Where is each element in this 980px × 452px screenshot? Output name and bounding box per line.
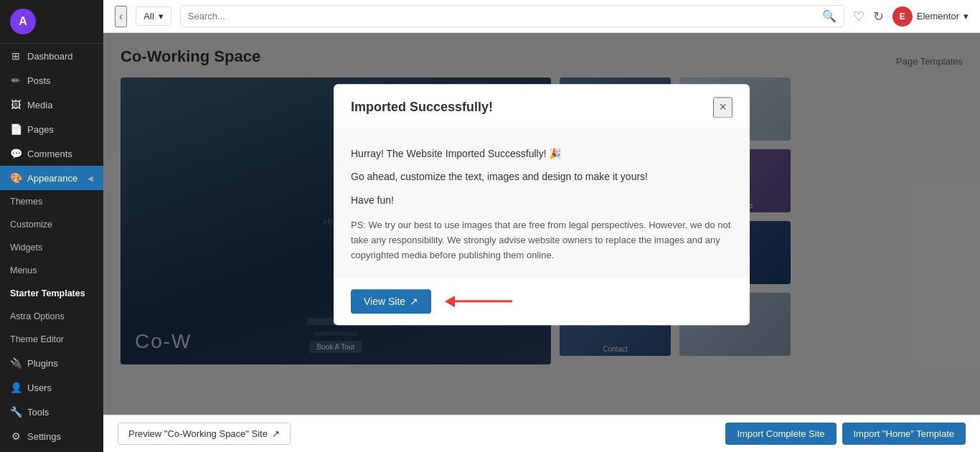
arrow-line: [455, 300, 512, 302]
sidebar-item-pages[interactable]: 📄 Pages: [0, 117, 103, 141]
sidebar-item-appearance[interactable]: 🎨 Appearance ◀: [0, 166, 103, 190]
preview-button[interactable]: Preview "Co-Working Space" Site ↗: [118, 423, 291, 445]
sidebar-item-label: Posts: [27, 75, 51, 86]
view-site-button[interactable]: View Site ↗: [351, 289, 431, 314]
modal-ps-text: PS: We try our best to use images that a…: [351, 219, 732, 263]
modal-line-2: Go ahead, customize the text, images and…: [351, 169, 732, 185]
logo-avatar: A: [10, 9, 36, 34]
sidebar-item-customize[interactable]: Customize: [0, 213, 103, 236]
sidebar: A ⊞ Dashboard ✏ Posts 🖼 Media 📄 Pages 💬 …: [0, 0, 103, 452]
chevron-down-icon: ▾: [963, 11, 969, 22]
chevron-down-icon: ▾: [159, 11, 164, 22]
dropdown-label: All: [143, 11, 154, 22]
sidebar-item-label: Starter Templates: [10, 288, 85, 298]
page-area: Co-Working Space Co-W Home Book A Tour: [103, 33, 980, 415]
sidebar-item-collapse[interactable]: ◀ Collapse menu: [0, 448, 103, 452]
sidebar-item-label: Plugins: [27, 358, 58, 369]
topbar-icons: ♡ ↻ E Elementor ▾: [853, 6, 969, 27]
modal-line-1: Hurray! The Website Imported Successfull…: [351, 146, 732, 161]
sidebar-item-widgets[interactable]: Widgets: [0, 236, 103, 259]
dashboard-icon: ⊞: [10, 50, 22, 62]
sidebar-item-media[interactable]: 🖼 Media: [0, 93, 103, 117]
modal-body: Hurray! The Website Imported Successfull…: [334, 128, 750, 278]
sidebar-item-users[interactable]: 👤 Users: [0, 375, 103, 400]
sidebar-item-themes[interactable]: Themes: [0, 190, 103, 213]
comments-icon: 💬: [10, 148, 22, 159]
sidebar-item-settings[interactable]: ⚙ Settings: [0, 424, 103, 448]
avatar: E: [892, 6, 913, 27]
sidebar-item-label: Astra Options: [10, 311, 65, 321]
preview-label: Preview "Co-Working Space" Site: [128, 428, 268, 439]
sidebar-item-comments[interactable]: 💬 Comments: [0, 141, 103, 166]
bottom-right-buttons: Import Complete Site Import "Home" Templ…: [725, 423, 966, 445]
search-input[interactable]: [188, 11, 816, 22]
sidebar-item-label: Pages: [27, 124, 54, 135]
sidebar-item-label: Tools: [27, 407, 49, 418]
sidebar-item-label: Comments: [27, 149, 72, 159]
refresh-icon[interactable]: ↻: [873, 9, 884, 24]
sidebar-item-posts[interactable]: ✏ Posts: [0, 68, 103, 93]
sidebar-item-label: Dashboard: [27, 51, 73, 62]
sidebar-item-dashboard[interactable]: ⊞ Dashboard: [0, 44, 103, 68]
sidebar-item-label: Appearance: [27, 173, 77, 184]
sidebar-item-label: Media: [27, 100, 52, 110]
external-link-icon: ↗: [272, 428, 280, 439]
tools-icon: 🔧: [10, 406, 22, 418]
arrow-indicator: [446, 296, 512, 307]
sidebar-item-label: Widgets: [10, 243, 42, 253]
search-bar: 🔍: [180, 5, 844, 27]
favorites-icon[interactable]: ♡: [853, 9, 864, 24]
filter-dropdown[interactable]: All ▾: [136, 6, 171, 26]
sidebar-item-label: Users: [27, 382, 52, 393]
arrow-head: [445, 296, 455, 307]
chevron-icon: ◀: [88, 174, 93, 182]
topbar: ‹ All ▾ 🔍 ♡ ↻ E Elementor ▾: [103, 0, 980, 33]
sidebar-item-tools[interactable]: 🔧 Tools: [0, 400, 103, 424]
sidebar-item-label: Theme Editor: [10, 334, 64, 344]
sidebar-item-plugins[interactable]: 🔌 Plugins: [0, 351, 103, 375]
modal-line-3: Have fun!: [351, 192, 732, 208]
view-site-label: View Site: [364, 296, 405, 307]
external-link-icon: ↗: [410, 296, 418, 307]
posts-icon: ✏: [10, 75, 22, 86]
sidebar-item-menus[interactable]: Menus: [0, 259, 103, 282]
user-label: Elementor: [917, 11, 959, 22]
pages-icon: 📄: [10, 123, 22, 135]
user-menu[interactable]: E Elementor ▾: [892, 6, 969, 27]
sidebar-item-starter-templates[interactable]: Starter Templates: [0, 282, 103, 305]
settings-icon: ⚙: [10, 430, 22, 442]
modal-footer: View Site ↗: [334, 278, 750, 325]
import-complete-button[interactable]: Import Complete Site: [725, 423, 836, 445]
import-home-button[interactable]: Import "Home" Template: [842, 423, 966, 445]
bottom-bar: Preview "Co-Working Space" Site ↗ Import…: [103, 415, 980, 452]
sidebar-item-astra-options[interactable]: Astra Options: [0, 305, 103, 328]
sidebar-item-label: Settings: [27, 431, 61, 442]
search-icon: 🔍: [822, 9, 837, 23]
success-modal: Imported Successfully! × Hurray! The Web…: [334, 84, 750, 325]
media-icon: 🖼: [10, 99, 22, 110]
appearance-icon: 🎨: [10, 172, 22, 184]
modal-header: Imported Successfully! ×: [334, 84, 750, 128]
modal-title: Imported Successfully!: [351, 100, 493, 115]
sidebar-logo: A: [0, 0, 103, 44]
back-button[interactable]: ‹: [115, 6, 127, 27]
sidebar-item-theme-editor[interactable]: Theme Editor: [0, 328, 103, 351]
sidebar-item-label: Menus: [10, 265, 37, 276]
sidebar-item-label: Customize: [10, 220, 52, 230]
main-content: ‹ All ▾ 🔍 ♡ ↻ E Elementor ▾ Co-Working S…: [103, 0, 980, 452]
plugins-icon: 🔌: [10, 357, 22, 369]
modal-close-button[interactable]: ×: [713, 97, 732, 118]
users-icon: 👤: [10, 382, 22, 393]
sidebar-item-label: Themes: [10, 197, 42, 207]
